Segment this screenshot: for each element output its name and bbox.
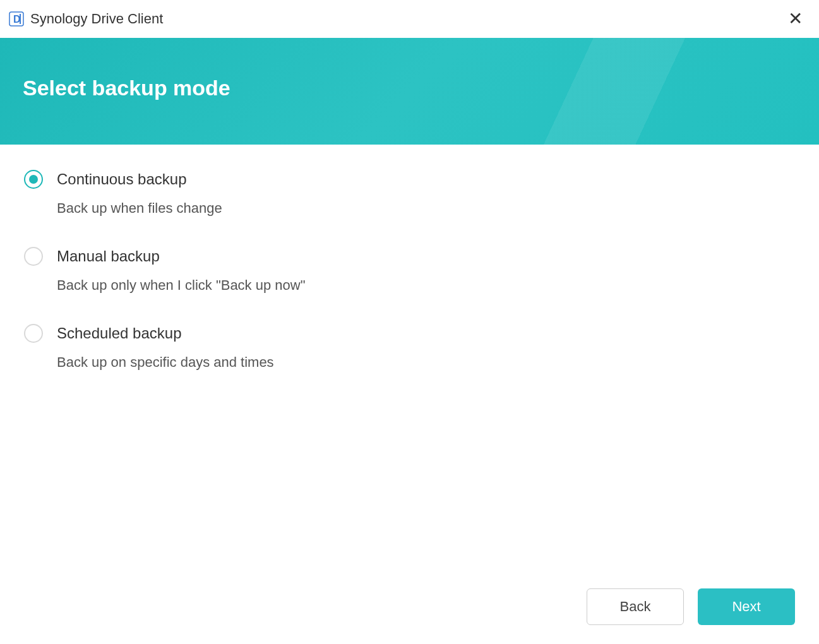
radio-option-continuous: Continuous backup Back up when files cha… [24,170,795,217]
radio-label: Continuous backup [57,170,186,188]
titlebar-left: D Synology Drive Client [9,11,163,27]
back-button[interactable]: Back [587,588,684,625]
radio-scheduled[interactable]: Scheduled backup [24,324,795,343]
radio-option-manual: Manual backup Back up only when I click … [24,247,795,294]
content: Continuous backup Back up when files cha… [0,145,819,414]
footer: Back Next [587,588,795,625]
radio-button-icon [24,324,43,343]
app-title: Synology Drive Client [30,11,163,27]
radio-description: Back up when files change [57,200,795,217]
app-icon: D [9,11,24,27]
radio-button-icon [24,247,43,266]
svg-text:D: D [13,14,21,25]
radio-label: Scheduled backup [57,325,181,342]
radio-description: Back up on specific days and times [57,354,795,371]
titlebar: D Synology Drive Client ✕ [0,0,819,38]
radio-option-scheduled: Scheduled backup Back up on specific day… [24,324,795,371]
radio-button-icon [24,170,43,189]
header-banner: Select backup mode [0,38,819,145]
radio-continuous[interactable]: Continuous backup [24,170,795,189]
radio-label: Manual backup [57,247,160,265]
radio-description: Back up only when I click "Back up now" [57,277,795,294]
next-button[interactable]: Next [698,588,795,625]
close-icon[interactable]: ✕ [783,8,808,30]
radio-manual[interactable]: Manual backup [24,247,795,266]
page-title: Select backup mode [23,76,796,100]
